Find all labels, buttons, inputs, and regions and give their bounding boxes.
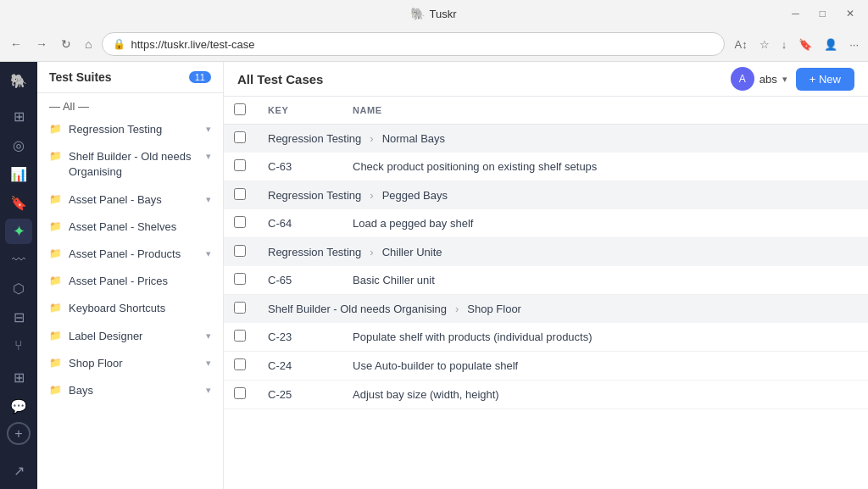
all-filter[interactable]: — All — <box>37 93 223 116</box>
group-checkbox-cell-4 <box>224 295 258 324</box>
suites-title: Test Suites <box>49 70 112 84</box>
group-child-2: Pegged Bays <box>382 189 448 202</box>
sidebar-item-circle[interactable]: ◎ <box>5 133 32 158</box>
circle-icon: ◎ <box>13 137 25 153</box>
sidebar-item-expand[interactable]: ↗ <box>5 458 32 483</box>
test-nav-icon: ✦ <box>13 222 25 241</box>
forward-button[interactable]: → <box>32 34 51 54</box>
minimize-button[interactable]: ─ <box>788 6 803 21</box>
group-label-normal-bays: Regression Testing › Normal Bays <box>258 125 868 153</box>
sidebar-item-test[interactable]: ✦ <box>5 219 32 244</box>
group-checkbox-4[interactable] <box>234 302 246 314</box>
translate-icon[interactable]: A↕ <box>732 36 749 53</box>
breadcrumb-arrow-4: › <box>455 303 459 315</box>
row-checkbox-c64[interactable] <box>234 216 246 228</box>
suite-item-shop-floor[interactable]: 📁 Shop Floor ▾ <box>37 350 223 377</box>
group-label-chiller: Regression Testing › Chiller Unite <box>258 238 868 267</box>
group-child-4: Shop Floor <box>467 303 521 315</box>
key-c25: C-25 <box>258 381 342 409</box>
address-bar[interactable]: 🔒 https://tuskr.live/test-case <box>102 32 725 56</box>
nav-bar: ← → ↻ ⌂ 🔒 https://tuskr.live/test-case A… <box>0 27 868 61</box>
wave-icon: 〰 <box>12 253 25 268</box>
folder-icon-5: 📁 <box>49 247 62 259</box>
name-c63: Check product positioning on existing sh… <box>342 153 868 181</box>
row-checkbox-c25[interactable] <box>234 387 246 399</box>
folder-icon-6: 📁 <box>49 275 62 286</box>
group-label-pegged-bays: Regression Testing › Pegged Bays <box>258 181 868 210</box>
row-checkbox-c24[interactable] <box>234 358 246 370</box>
sidebar-item-speech[interactable]: 💬 <box>5 394 32 420</box>
star-icon[interactable]: ☆ <box>757 36 772 53</box>
bookmark-icon[interactable]: 🔖 <box>796 36 815 53</box>
user-name: abs <box>760 73 777 86</box>
group-checkbox-cell-2 <box>224 181 258 210</box>
folder-icon-9: 📁 <box>49 357 62 369</box>
suite-item-asset-products[interactable]: 📁 Asset Panel - Products ▾ <box>37 241 223 268</box>
suite-item-bays[interactable]: 📁 Bays ▾ <box>37 377 223 404</box>
select-all-checkbox[interactable] <box>234 103 246 115</box>
hexagon-icon: ⬡ <box>13 281 25 297</box>
folder-icon-7: 📁 <box>49 302 62 314</box>
refresh-button[interactable]: ↻ <box>58 34 75 54</box>
sidebar-item-squares[interactable]: ⊞ <box>5 104 32 130</box>
sidebar-item-brand[interactable]: 🐘 <box>5 69 32 94</box>
name-c65: Basic Chiller unit <box>342 266 868 295</box>
top-right-header: All Test Cases A abs ▾ + New <box>224 62 868 97</box>
more-button[interactable]: ··· <box>847 36 861 53</box>
sidebar-item-sliders[interactable]: ⊞ <box>5 365 32 391</box>
table-row: C-64 Load a pegged bay shelf <box>224 209 868 238</box>
suite-item-asset-prices[interactable]: 📁 Asset Panel - Prices <box>37 268 223 295</box>
chevron-icon-3: ▾ <box>206 194 211 205</box>
new-button[interactable]: + New <box>796 68 854 91</box>
group-parent-4: Shelf Builder - Old needs Organising <box>268 303 447 315</box>
suites-header: Test Suites 11 <box>37 62 223 93</box>
folder-icon-2: 📁 <box>49 150 62 162</box>
row-checkbox-c63[interactable] <box>234 159 246 171</box>
chevron-icon-2: ▾ <box>206 151 211 162</box>
group-checkbox-cell-3 <box>224 238 258 267</box>
main-content: All Test Cases A abs ▾ + New <box>224 62 868 489</box>
add-workspace-button[interactable]: + <box>7 422 31 444</box>
squares-icon: ⊞ <box>14 108 25 125</box>
sidebar-item-hexagon[interactable]: ⬡ <box>5 275 32 301</box>
suite-item-keyboard[interactable]: 📁 Keyboard Shortcuts <box>37 295 223 322</box>
suite-item-label-2: Shelf Builder - Old needs Organising <box>69 149 199 180</box>
group-child-1: Normal Bays <box>382 132 445 145</box>
sidebar-item-bookmark[interactable]: 🔖 <box>5 190 32 215</box>
suite-item-label-designer[interactable]: 📁 Label Designer ▾ <box>37 323 223 350</box>
folder-icon: 📁 <box>49 123 62 135</box>
suite-item-asset-bays[interactable]: 📁 Asset Panel - Bays ▾ <box>37 186 223 214</box>
table-header: KEY NAME <box>224 97 868 125</box>
sidebar-item-bar-chart[interactable]: 📊 <box>5 161 32 186</box>
suite-item-asset-shelves[interactable]: 📁 Asset Panel - Shelves <box>37 214 223 241</box>
user-avatar: A <box>731 67 754 91</box>
close-button[interactable]: ✕ <box>843 6 858 21</box>
group-checkbox-3[interactable] <box>234 245 246 257</box>
suite-item-regression[interactable]: 📁 Regression Testing ▾ <box>37 116 223 143</box>
suite-item-label-4: Asset Panel - Shelves <box>69 219 211 235</box>
profile-icon[interactable]: 👤 <box>821 36 840 53</box>
back-button[interactable]: ← <box>7 34 25 54</box>
name-c23: Populate shelf with products (individual… <box>342 323 868 352</box>
group-checkbox-2[interactable] <box>234 188 246 200</box>
table-row: C-24 Use Auto-builder to populate shelf <box>224 352 868 381</box>
sidebar-item-grid[interactable]: ⊟ <box>5 304 32 330</box>
main-title: All Test Cases <box>237 72 323 86</box>
chevron-icon-8: ▾ <box>206 331 211 342</box>
table-row: C-25 Adjust bay size (width, height) <box>224 381 868 409</box>
name-c64: Load a pegged bay shelf <box>342 209 868 238</box>
maximize-button[interactable]: □ <box>816 6 829 21</box>
nav-icons: A↕ ☆ ↓ 🔖 👤 ··· <box>732 36 861 53</box>
group-checkbox-1[interactable] <box>234 131 246 143</box>
download-icon[interactable]: ↓ <box>779 36 790 53</box>
home-button[interactable]: ⌂ <box>81 34 95 54</box>
suite-item-shelf-builder[interactable]: 📁 Shelf Builder - Old needs Organising ▾ <box>37 143 223 186</box>
user-area: A abs ▾ <box>731 67 787 91</box>
row-checkbox-c23[interactable] <box>234 330 246 342</box>
row-checkbox-cell-4 <box>224 323 258 352</box>
row-checkbox-c65[interactable] <box>234 273 246 285</box>
key-c63: C-63 <box>258 153 342 181</box>
sidebar-item-github[interactable]: ⑂ <box>5 333 32 358</box>
sidebar-item-wave[interactable]: 〰 <box>5 247 32 273</box>
breadcrumb-arrow-1: › <box>370 132 373 145</box>
